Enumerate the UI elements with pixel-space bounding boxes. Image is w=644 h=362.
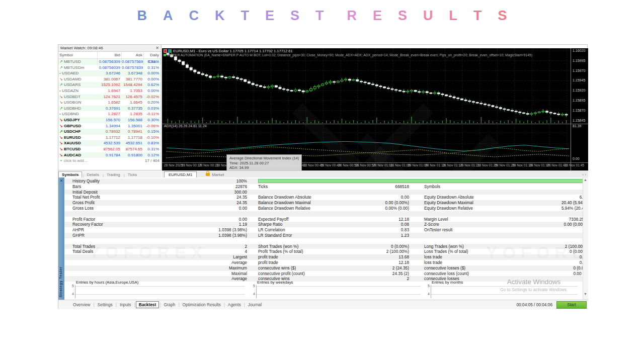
ask-cell: 0.08757569 bbox=[122, 59, 144, 65]
tester-strip-label: Strategy Tester bbox=[58, 266, 64, 298]
title-letter: T bbox=[240, 8, 249, 24]
chart-window-icon bbox=[164, 49, 167, 53]
market-watch-row[interactable]: ↘ USDBDT124.7621126.4575-0.02% bbox=[58, 94, 161, 100]
mini-chart-plot: 54 bbox=[75, 285, 245, 298]
stat-label: Expected Payoff bbox=[247, 217, 354, 222]
market-watch-tab-ticks[interactable]: Ticks bbox=[125, 172, 140, 177]
title-letter: T bbox=[473, 8, 482, 24]
market-watch-tab-details[interactable]: Details bbox=[84, 172, 102, 177]
bid-cell: 1.34994 bbox=[98, 123, 122, 129]
stat-label: Margin Level bbox=[409, 217, 520, 222]
bid-cell: 1.6582 bbox=[98, 100, 122, 106]
chart-panel[interactable]: EURUSD,M1 - Euro vs US Dollar 1.17705 1.… bbox=[162, 48, 588, 170]
market-watch-panel: Market Watch: 09:08:46 ✕ SymbolBidAskDai… bbox=[58, 45, 162, 170]
title-letter: E bbox=[373, 8, 382, 24]
tab-scroll-arrows[interactable]: ‹ › bbox=[582, 172, 586, 177]
market-watch-row[interactable]: ↗ MBTUSDm0.087560390.087578390.31% bbox=[58, 65, 161, 71]
close-icon[interactable]: ✕ bbox=[155, 46, 159, 50]
axis-tick: 5 bbox=[428, 284, 430, 288]
tester-tab-overview[interactable]: Overview bbox=[70, 302, 93, 308]
stat-label: consecutive profit (count) bbox=[247, 271, 354, 277]
stat-label: Equity Drawdown Absolute bbox=[409, 195, 520, 200]
bid-cell: 0.91784 bbox=[98, 152, 122, 158]
bid-cell: 0.08756309 bbox=[98, 59, 122, 65]
tester-tab-settings[interactable]: Settings bbox=[95, 302, 115, 308]
market-watch-tab-symbols[interactable]: Symbols bbox=[58, 171, 82, 177]
daily-change-cell: 0.31% bbox=[144, 65, 160, 71]
stat-label: Short Trades (won %) bbox=[247, 244, 354, 249]
market-watch-row[interactable]: ↘ EURUSD1.177121.17718-0.10% bbox=[58, 135, 161, 141]
stat-row: Maximalconsecutive profit (count)24.35 (… bbox=[64, 271, 583, 277]
market-watch-row[interactable]: • USDBND1.28271.2835-0.11% bbox=[58, 111, 161, 117]
market-watch-row[interactable]: ↘ BTCUSD87562.0587574.650.31% bbox=[58, 146, 161, 152]
stat-row: History Quality100% bbox=[64, 178, 583, 184]
market-watch-row[interactable]: ↘ XAUUSD4532.5394532.6510.83% bbox=[58, 140, 161, 146]
market-watch-row[interactable]: ↘ USDBGN1.65821.66450.20% bbox=[58, 100, 161, 106]
tester-tab-graph[interactable]: Graph bbox=[161, 302, 178, 308]
bid-cell: 1525.1092 bbox=[98, 82, 122, 88]
trend-up-icon: ↗ bbox=[59, 59, 64, 64]
market-watch-row[interactable]: ↗ USDARS1525.10921548.42940.62% bbox=[58, 82, 161, 88]
stat-value: 0 (0.00) bbox=[520, 265, 588, 271]
scroll-up-icon[interactable]: ▲ bbox=[584, 178, 587, 182]
market-watch-row[interactable]: ↗ USDBHD0.376910.377350.03% bbox=[58, 106, 161, 112]
chart-type-icon bbox=[168, 49, 172, 53]
daily-change-cell: -0.06% bbox=[144, 123, 160, 129]
symbol-cell: ↘ USDJPY bbox=[58, 117, 98, 123]
close-icon[interactable]: ✕ bbox=[60, 178, 63, 183]
trend-dn-icon: ↘ bbox=[59, 147, 64, 151]
stat-label: consecutive losses ($) bbox=[409, 265, 520, 271]
tab-separator: | bbox=[224, 302, 225, 307]
tester-tab-journal[interactable]: Journal bbox=[246, 302, 264, 308]
stat-value: 0.00 bbox=[185, 217, 247, 222]
trend-up-icon: ↗ bbox=[59, 106, 64, 111]
tester-tab-optimization-results[interactable]: Optimization Results bbox=[180, 302, 223, 308]
market-watch-tab-trading[interactable]: Trading bbox=[104, 172, 123, 177]
stat-label bbox=[247, 211, 354, 217]
ea-parameters: SNIPER AUTOMATION (EA_Name=SNIPER P AUTO… bbox=[164, 53, 532, 57]
stat-label: AHPR bbox=[72, 227, 185, 233]
add-symbol-row[interactable]: + click to add... 17 / 404 bbox=[58, 158, 161, 164]
daily-change-cell: 0.83% bbox=[144, 140, 160, 146]
stat-value: 0.00% (0.00) bbox=[354, 206, 409, 211]
market-watch-row[interactable]: ↘ GBPUSD1.349941.35001-0.06% bbox=[58, 123, 161, 129]
stat-value: Maximum bbox=[185, 265, 247, 271]
ask-cell: 1.35001 bbox=[122, 123, 144, 129]
market-watch-row[interactable]: ↘ AUDCAD0.917840.918000.12% bbox=[58, 152, 161, 158]
symbol-cell: ↘ USDAMD bbox=[58, 76, 98, 82]
vertical-scrollbar[interactable]: ▲ ▼ bbox=[583, 177, 588, 300]
axis-tick: 4 bbox=[72, 292, 74, 296]
market-watch-row[interactable]: ↗ MBTUSD0.087563090.087575690.31% bbox=[58, 59, 161, 65]
trend-dn-icon: ↘ bbox=[59, 141, 64, 145]
tester-tab-backtest[interactable]: Backtest bbox=[136, 301, 159, 308]
market-watch-row[interactable]: • USDAZN1.69471.70530.00% bbox=[58, 88, 161, 94]
stat-row: GHPR1.0398 (3.98%)LR Standard Error1.23 bbox=[64, 233, 583, 238]
market-watch-row[interactable]: ↘ USDJPY156.570156.5880.30% bbox=[58, 117, 161, 123]
time-axis-label: 28 Nov 01:25 bbox=[477, 163, 497, 167]
scroll-down-icon[interactable]: ▼ bbox=[584, 292, 587, 296]
market-watch-row[interactable]: • USDAED3.672463.673480.00% bbox=[58, 70, 161, 76]
stat-value bbox=[520, 211, 588, 217]
stat-label: Gross Profit bbox=[72, 200, 185, 206]
market-watch-row[interactable]: ↘ USDAMD381.0067381.77700.00% bbox=[58, 76, 161, 82]
stat-value bbox=[520, 190, 588, 195]
tab-eurusd-m1[interactable]: EURUSD,M1 bbox=[164, 171, 197, 178]
history-quality-bar bbox=[258, 179, 588, 183]
stat-label: GHPR bbox=[72, 233, 185, 238]
tester-tab-inputs[interactable]: Inputs bbox=[117, 302, 134, 308]
market-tab-label[interactable]: Market bbox=[212, 172, 224, 177]
tab-separator: | bbox=[159, 302, 160, 307]
daily-change-cell: -0.10% bbox=[144, 135, 160, 141]
mt5-window: Market Watch: 09:08:46 ✕ SymbolBidAskDai… bbox=[58, 44, 588, 309]
daily-change-cell: -0.02% bbox=[144, 94, 160, 100]
market-watch-row[interactable]: ↗ USDCHF0.789320.789410.15% bbox=[58, 129, 161, 135]
ask-cell: 156.588 bbox=[122, 117, 144, 123]
tester-tab-agents[interactable]: Agents bbox=[225, 302, 244, 308]
bid-cell: 87562.05 bbox=[98, 146, 122, 152]
trend-dn-icon: ↘ bbox=[59, 95, 64, 99]
time-axis-label: 28 Nov 01:05 bbox=[390, 163, 410, 167]
start-button[interactable]: Start bbox=[556, 301, 587, 309]
trend-up-icon: ↗ bbox=[59, 82, 64, 87]
stat-label: Sharpe Ratio bbox=[247, 222, 354, 227]
ask-cell: 0.37735 bbox=[122, 106, 144, 112]
